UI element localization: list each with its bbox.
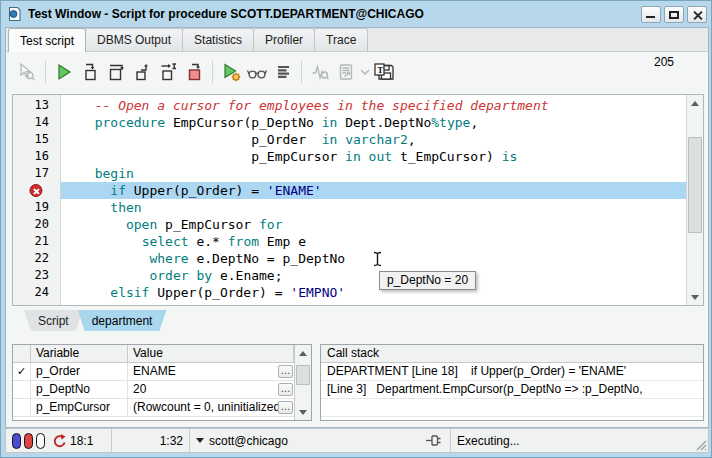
call-stack-row-empty: [321, 399, 703, 417]
run-to-cursor-button[interactable]: [155, 59, 181, 85]
profiler-icon: [310, 62, 330, 82]
session-indicator-empty: [36, 433, 45, 449]
line-number[interactable]: 23: [13, 267, 60, 284]
line-number[interactable]: [13, 182, 60, 199]
breakpoint-icon[interactable]: [29, 184, 42, 197]
execution-status: Executing...: [457, 434, 520, 448]
minimize-button[interactable]: [641, 6, 661, 23]
scrollbar-thumb[interactable]: [296, 365, 310, 385]
step-out-icon: [132, 62, 152, 82]
editor-vertical-scrollbar[interactable]: [686, 95, 703, 305]
variable-row[interactable]: p_DeptNo20…: [13, 381, 294, 399]
code-line[interactable]: elsif Upper(p_Order) = 'EMPNO': [61, 284, 686, 301]
resize-grip[interactable]: [694, 438, 707, 451]
code-line[interactable]: procedure EmpCursor(p_DeptNo in Dept.Dep…: [61, 114, 686, 131]
line-number[interactable]: 17: [13, 165, 60, 182]
line-number[interactable]: 16: [13, 148, 60, 165]
variable-value-cell[interactable]: ENAME…: [128, 363, 294, 380]
variable-name-cell[interactable]: p_EmpCursor: [31, 399, 128, 416]
step-into-button[interactable]: [77, 59, 103, 85]
minimize-icon: [646, 16, 655, 18]
maximize-button[interactable]: [664, 6, 684, 23]
scrollbar-track[interactable]: [687, 111, 703, 289]
title-bar[interactable]: Test Window - Script for procedure SCOTT…: [1, 1, 712, 27]
run-icon: [54, 62, 74, 82]
ellipsis-button[interactable]: …: [278, 365, 293, 378]
run-with-settings-button[interactable]: [218, 59, 244, 85]
result-tab-department[interactable]: department: [78, 310, 167, 331]
line-number[interactable]: 20: [13, 216, 60, 233]
ellipsis-button[interactable]: …: [278, 401, 293, 414]
auto-refresh-icon[interactable]: [51, 433, 67, 449]
tab-dbms-output[interactable]: DBMS Output: [85, 28, 183, 51]
call-stack-row[interactable]: DEPARTMENT [Line 18] if Upper(p_Order) =…: [321, 363, 703, 381]
tab-trace[interactable]: Trace: [314, 28, 368, 51]
line-number[interactable]: 13: [13, 97, 60, 114]
line-number[interactable]: 19: [13, 199, 60, 216]
code-editor[interactable]: 1314151617192021222324 -- Open a cursor …: [12, 94, 704, 306]
variables-header-row: Variable Value: [13, 345, 294, 363]
report-icon: [336, 62, 356, 82]
close-button[interactable]: [687, 6, 707, 23]
code-line[interactable]: open p_EmpCursor for: [61, 216, 686, 233]
variable-name-cell[interactable]: p_DeptNo: [31, 381, 128, 398]
code-line[interactable]: p_EmpCursor in out t_EmpCursor) is: [61, 148, 686, 165]
ellipsis-button[interactable]: …: [278, 383, 293, 396]
watches-button[interactable]: [244, 59, 270, 85]
line-number[interactable]: 14: [13, 114, 60, 131]
variable-row[interactable]: ✓p_OrderENAME…: [13, 363, 294, 381]
line-number[interactable]: 22: [13, 250, 60, 267]
line-number[interactable]: 21: [13, 233, 60, 250]
step-out-button[interactable]: [129, 59, 155, 85]
code-line[interactable]: order by e.Ename;: [61, 267, 686, 284]
run-button[interactable]: [51, 59, 77, 85]
variable-row[interactable]: p_EmpCursor(Rowcount = 0, uninitialized,…: [13, 399, 294, 417]
editor-gutter[interactable]: 1314151617192021222324: [13, 95, 61, 305]
connection-dropdown-icon[interactable]: [196, 438, 204, 443]
svg-text:T: T: [377, 65, 383, 75]
scrollbar-thumb[interactable]: [688, 137, 702, 233]
call-stack-button[interactable]: [270, 59, 296, 85]
execution-line[interactable]: if Upper(p_Order) = 'ENAME': [61, 182, 686, 199]
value-column-header[interactable]: Value: [128, 345, 294, 362]
result-tab-bar: Scriptdepartment: [24, 310, 161, 331]
tab-statistics[interactable]: Statistics: [182, 28, 254, 51]
run-with-settings-icon: [221, 62, 241, 82]
inspect-cursor-button: [14, 59, 40, 85]
variable-name-cell[interactable]: p_Order: [31, 363, 128, 380]
cursor-position: 18:1: [70, 434, 93, 448]
variables-scrollbar[interactable]: [294, 345, 311, 420]
scroll-up-icon[interactable]: [687, 95, 704, 111]
scrollbar-track[interactable]: [295, 361, 311, 404]
editor-code-area[interactable]: -- Open a cursor for employees in the sp…: [61, 95, 686, 305]
close-icon: [688, 7, 706, 22]
code-line[interactable]: p_Order in varchar2,: [61, 131, 686, 148]
connection-name[interactable]: scott@chicago: [209, 434, 288, 448]
scroll-down-icon[interactable]: [295, 404, 312, 420]
abort-button[interactable]: [181, 59, 207, 85]
run-to-cursor-icon: [158, 62, 178, 82]
scroll-down-icon[interactable]: [687, 289, 704, 305]
connection-cell: scott@chicago: [190, 429, 451, 452]
pin-icon[interactable]: [425, 433, 442, 448]
call-stack-row[interactable]: [Line 3] Department.EmpCursor(p_DeptNo =…: [321, 381, 703, 399]
save-text-button[interactable]: T: [371, 59, 397, 85]
variable-column-header[interactable]: Variable: [31, 345, 128, 362]
tab-profiler[interactable]: Profiler: [253, 28, 315, 51]
code-line[interactable]: -- Open a cursor for employees in the sp…: [61, 97, 686, 114]
variable-value-cell[interactable]: (Rowcount = 0, uninitialized, …: [128, 399, 294, 416]
step-over-button[interactable]: [103, 59, 129, 85]
result-tab-script[interactable]: Script: [24, 310, 83, 331]
toolbar-separator: [45, 61, 46, 83]
step-into-icon: [80, 62, 100, 82]
code-line[interactable]: select e.* from Emp e: [61, 233, 686, 250]
line-number[interactable]: 24: [13, 284, 60, 301]
scroll-up-icon[interactable]: [295, 345, 312, 361]
line-number[interactable]: 15: [13, 131, 60, 148]
code-line[interactable]: then: [61, 199, 686, 216]
marker-column-header: [13, 345, 31, 362]
report-dropdown-button: [359, 59, 371, 85]
variable-value-cell[interactable]: 20…: [128, 381, 294, 398]
code-line[interactable]: begin: [61, 165, 686, 182]
tab-test-script[interactable]: Test script: [8, 28, 86, 52]
